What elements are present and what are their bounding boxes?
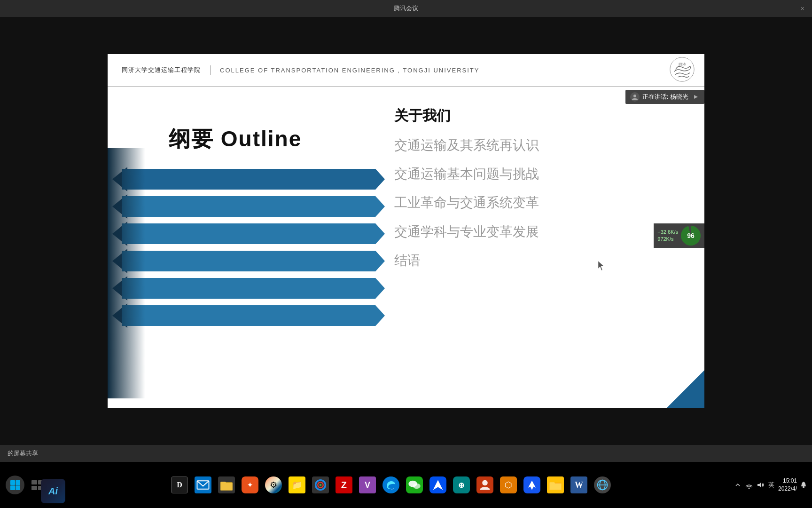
app5-icon[interactable]: ⚙ xyxy=(262,474,285,496)
speaker-tray-icon[interactable] xyxy=(756,480,765,490)
wechat-icon[interactable] xyxy=(403,474,426,496)
speaker-badge: 正在讲话: 杨晓光 xyxy=(625,90,704,104)
meeting-app-icon[interactable] xyxy=(474,474,496,496)
file-manager-icon[interactable] xyxy=(215,474,238,496)
svg-point-22 xyxy=(482,480,488,486)
mouse-cursor xyxy=(598,261,606,269)
app4-icon[interactable]: ✦ xyxy=(239,474,261,496)
ime-icon[interactable]: 英 xyxy=(767,480,776,490)
arrow-row-1 xyxy=(108,167,385,191)
arrows-container: 纲要 Outline xyxy=(108,106,390,398)
svg-point-17 xyxy=(320,484,322,486)
arrow-row-6 xyxy=(108,303,385,328)
clock-time: 15:01 xyxy=(778,477,797,485)
taskbar-time: 15:01 2022/4/ xyxy=(778,477,797,493)
folder2-icon xyxy=(548,478,562,492)
orange-app-icon[interactable]: ⬡ xyxy=(497,474,520,496)
email-icon[interactable] xyxy=(192,474,214,496)
teal-app-icon[interactable]: ⊕ xyxy=(450,474,473,496)
svg-marker-3 xyxy=(694,95,698,99)
edge-icon xyxy=(384,478,398,492)
blue-app-icon[interactable] xyxy=(427,474,449,496)
show-hidden-icons[interactable] xyxy=(733,480,742,490)
bell-icon xyxy=(799,481,808,489)
start-button[interactable] xyxy=(4,474,26,496)
speaker-avatar xyxy=(630,92,640,102)
chevron-up-icon xyxy=(734,482,741,488)
start-icon xyxy=(6,476,24,494)
svg-rect-8 xyxy=(16,485,20,490)
network-widget: +32.6K/s 972K/s 96 xyxy=(654,223,704,248)
corner-decoration xyxy=(667,370,704,408)
arrow-row-4 xyxy=(108,249,385,273)
arrow-row-5 xyxy=(108,276,385,301)
folder-icon xyxy=(219,478,234,492)
speaker-arrow xyxy=(692,93,700,101)
svg-point-2 xyxy=(633,95,636,97)
left-bg-gradient xyxy=(108,148,145,398)
screen-share-label: 的屏幕共享 xyxy=(0,445,812,462)
university-logo: 同济 xyxy=(669,56,695,82)
app6-icon[interactable]: 📁 xyxy=(286,474,308,496)
upload-speed: +32.6K/s xyxy=(657,229,678,236)
globe-app-icon[interactable] xyxy=(591,474,614,496)
arrow-row-2 xyxy=(108,194,385,219)
svg-point-20 xyxy=(413,484,421,489)
bottom-bar: 的屏幕共享 xyxy=(0,445,812,508)
ai-button[interactable]: Ai xyxy=(41,479,65,503)
svg-point-0 xyxy=(670,57,694,81)
taskbar: D ✦ xyxy=(0,462,812,508)
spiral-icon xyxy=(313,478,328,492)
arrow-rows xyxy=(108,167,385,331)
title-bar: 腾讯会议 × xyxy=(0,0,812,17)
university-name-cn: 同济大学交通运输工程学院 xyxy=(122,66,201,74)
svg-rect-9 xyxy=(31,480,37,484)
outline-item-2: 交通运输基本问题与挑战 xyxy=(394,165,695,183)
svg-rect-6 xyxy=(16,480,20,485)
svg-marker-4 xyxy=(598,261,604,270)
word-icon[interactable]: W xyxy=(568,474,590,496)
arrow-bar-3 xyxy=(122,223,385,244)
file-explorer-icon[interactable] xyxy=(544,474,567,496)
meeting-icon xyxy=(478,478,492,492)
arrow-row-3 xyxy=(108,222,385,246)
arrow-bar-4 xyxy=(122,251,385,271)
arrow-bar-1 xyxy=(122,169,385,190)
feishu-icon-svg xyxy=(525,478,539,492)
arrow-bar-6 xyxy=(122,305,385,326)
feishu-icon[interactable] xyxy=(521,474,543,496)
network-stats: +32.6K/s 972K/s xyxy=(657,229,678,243)
app8-icon[interactable]: Z xyxy=(333,474,355,496)
speaker-name: 正在讲话: 杨晓光 xyxy=(642,93,688,101)
windows-icon xyxy=(9,479,21,491)
slide: 同济大学交通运输工程学院 COLLEGE OF TRANSPORTATION E… xyxy=(108,54,704,408)
app7-icon[interactable] xyxy=(309,474,332,496)
network-quality-badge: 96 xyxy=(681,226,701,246)
network-icon xyxy=(745,481,753,489)
clock-date: 2022/4/ xyxy=(778,485,797,493)
svg-rect-29 xyxy=(803,486,804,488)
notification-icon[interactable] xyxy=(799,480,808,490)
slide-content: 纲要 Outline xyxy=(108,87,704,408)
window-title: 腾讯会议 xyxy=(394,4,418,13)
svg-marker-21 xyxy=(433,480,443,490)
svg-rect-11 xyxy=(31,486,37,490)
wechat-icon-svg xyxy=(407,478,422,492)
network-tray-icon[interactable] xyxy=(744,480,754,490)
outline-item-3: 工业革命与交通系统变革 xyxy=(394,193,695,212)
quality-value: 96 xyxy=(687,232,695,239)
system-tray: 英 15:01 2022/4/ xyxy=(733,477,808,493)
mail-icon-svg xyxy=(196,478,210,492)
presentation-area: 同济大学交通运输工程学院 COLLEGE OF TRANSPORTATION E… xyxy=(0,17,812,445)
dell-icon[interactable]: D xyxy=(168,474,191,496)
taskbar-icons: D ✦ xyxy=(49,474,733,496)
edge-browser-icon[interactable] xyxy=(380,474,402,496)
header-divider xyxy=(210,65,211,75)
close-button[interactable]: × xyxy=(801,5,804,12)
outline-items: 关于我们 交通运输及其系统再认识 交通运输基本问题与挑战 工业革命与交通系统变革… xyxy=(394,106,695,280)
arrow-bar-2 xyxy=(122,196,385,217)
outline-item-1: 交通运输及其系统再认识 xyxy=(394,136,695,154)
app9-icon[interactable]: V xyxy=(356,474,379,496)
outline-item-5: 结语 xyxy=(394,251,695,270)
arrow-bar-5 xyxy=(122,278,385,299)
